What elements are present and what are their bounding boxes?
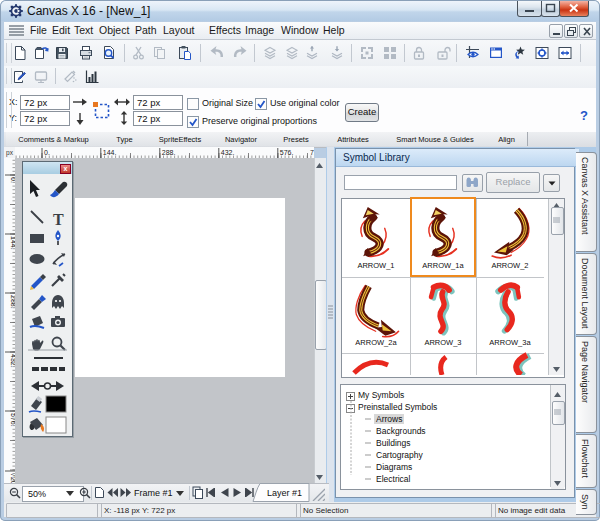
svg-text:144.: 144. — [103, 149, 117, 156]
svg-text:576.: 576. — [280, 149, 294, 156]
svg-text:432.: 432. — [221, 149, 235, 156]
svg-text:288.: 288. — [162, 149, 176, 156]
svg-text:0.: 0. — [44, 149, 50, 156]
svg-text:72: 72 — [310, 149, 314, 156]
svg-text:Layer #1: Layer #1 — [267, 488, 302, 498]
svg-text:T: T — [53, 211, 64, 228]
